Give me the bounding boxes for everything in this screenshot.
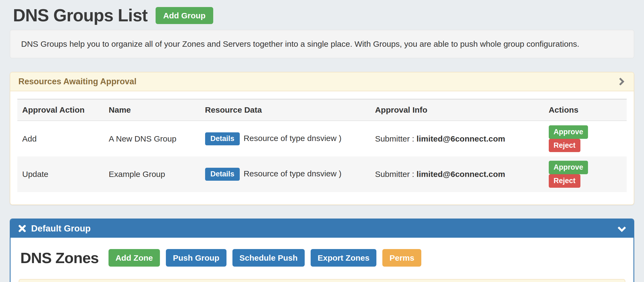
table-row: Add A New DNS Group DetailsResource of t… (17, 121, 627, 156)
page-header: DNS Groups List Add Group (10, 5, 634, 25)
export-zones-button[interactable]: Export Zones (311, 249, 377, 267)
description-well: DNS Groups help you to organize all of y… (10, 30, 634, 58)
column-approval-info: Approval Info (370, 99, 544, 121)
chevron-down-icon[interactable] (617, 224, 626, 233)
cell-actions: ApproveReject (544, 156, 627, 192)
zones-approvals-panel-header[interactable]: Resources Awaiting Approval (19, 279, 625, 282)
submitter-email: limited@6connect.com (416, 170, 505, 179)
cell-actions: ApproveReject (544, 121, 627, 156)
push-group-button[interactable]: Push Group (166, 249, 226, 267)
resource-data-text: Resource of type dnsview ) (244, 169, 341, 178)
details-button[interactable]: Details (205, 168, 240, 181)
default-group-title: Default Group (31, 223, 91, 234)
cell-resource-data: DetailsResource of type dnsview ) (200, 156, 370, 192)
add-group-button[interactable]: Add Group (156, 7, 213, 24)
approve-button[interactable]: Approve (549, 125, 588, 139)
description-text: DNS Groups help you to organize all of y… (21, 39, 579, 48)
approvals-panel: Resources Awaiting Approval Approval Act… (10, 72, 634, 205)
default-group-panel-body: DNS Zones Add Zone Push Group Schedule P… (11, 238, 633, 282)
submitter-email: limited@6connect.com (416, 134, 505, 143)
perms-button[interactable]: Perms (382, 249, 421, 267)
cell-name: Example Group (104, 156, 200, 192)
column-actions: Actions (544, 99, 627, 121)
column-resource-data: Resource Data (200, 99, 370, 121)
submitter-label: Submitter : (375, 170, 414, 179)
approvals-table: Approval Action Name Resource Data Appro… (17, 99, 627, 192)
cell-name: A New DNS Group (104, 121, 200, 156)
column-name: Name (104, 99, 200, 121)
approve-button[interactable]: Approve (549, 161, 588, 174)
approvals-panel-header[interactable]: Resources Awaiting Approval (10, 72, 634, 91)
default-group-panel-header[interactable]: Default Group (11, 219, 633, 238)
table-header-row: Approval Action Name Resource Data Appro… (17, 99, 627, 121)
chevron-right-icon (617, 77, 626, 86)
dns-groups-page: DNS Groups List Add Group DNS Groups hel… (0, 0, 644, 282)
cell-approval-action: Update (17, 156, 104, 192)
schedule-push-button[interactable]: Schedule Push (232, 249, 305, 267)
details-button[interactable]: Details (205, 132, 240, 145)
add-zone-button[interactable]: Add Zone (109, 249, 160, 267)
default-group-panel: Default Group DNS Zones Add Zone Push Gr… (10, 219, 634, 282)
reject-button[interactable]: Reject (549, 174, 580, 188)
cell-approval-action: Add (17, 121, 104, 156)
cell-approval-info: Submitter : limited@6connect.com (370, 121, 544, 156)
resource-data-text: Resource of type dnsview ) (244, 134, 341, 143)
dns-zones-toolbar: DNS Zones Add Zone Push Group Schedule P… (19, 249, 625, 267)
reject-button[interactable]: Reject (549, 139, 580, 152)
dns-zones-title: DNS Zones (20, 249, 99, 267)
cell-approval-info: Submitter : limited@6connect.com (370, 156, 544, 192)
approvals-panel-title: Resources Awaiting Approval (18, 77, 136, 86)
close-icon[interactable] (18, 224, 26, 233)
submitter-label: Submitter : (375, 134, 414, 143)
page-title: DNS Groups List (13, 5, 147, 25)
table-row: Update Example Group DetailsResource of … (17, 156, 627, 192)
cell-resource-data: DetailsResource of type dnsview ) (200, 121, 370, 156)
column-approval-action: Approval Action (17, 99, 104, 121)
approvals-panel-body: Approval Action Name Resource Data Appro… (10, 91, 634, 204)
